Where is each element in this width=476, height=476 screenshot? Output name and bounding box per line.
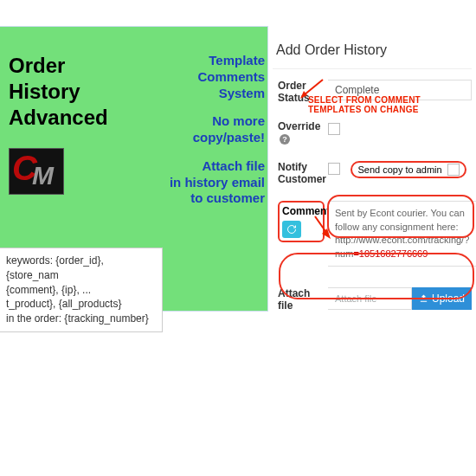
- send-copy-checkbox[interactable]: [447, 164, 460, 176]
- logo-letter: M: [32, 161, 54, 190]
- promo-panel: Order History Advanced Template Comments…: [0, 26, 268, 312]
- annotation-select-templates: SELECT FROM COMMENT TEMPLATES ON CHANGE: [308, 95, 476, 114]
- promo-title: Order History Advanced: [9, 53, 108, 131]
- keywords-line: keywords: {order_id}, {store_nam: [6, 254, 155, 283]
- keywords-box: keywords: {order_id}, {store_nam {commen…: [0, 248, 163, 332]
- keywords-line: {comment}, {ip}, ...: [6, 283, 155, 298]
- feature-line: No more: [135, 113, 265, 130]
- promo-features: Template Comments System No more copy/pa…: [135, 53, 265, 219]
- promo-title-line: History: [9, 79, 108, 105]
- send-copy-to-admin[interactable]: Send copy to admin: [351, 161, 466, 178]
- feature-line: in history email: [135, 175, 265, 191]
- notify-label: Notify Customer: [278, 161, 328, 186]
- feature-line: copy/paste!: [135, 130, 265, 146]
- help-icon[interactable]: ?: [280, 134, 290, 145]
- annotation-comment-outline: [327, 195, 474, 238]
- feature-line: Comments: [135, 69, 265, 86]
- notify-checkbox[interactable]: [328, 163, 340, 175]
- form-heading: Add Order History: [273, 39, 472, 69]
- promo-title-line: Order: [9, 53, 108, 79]
- row-notify: Notify Customer Send copy to admin: [273, 161, 472, 186]
- comment-label-group: Comment: [278, 201, 325, 242]
- comment-template-button[interactable]: [282, 221, 301, 238]
- override-checkbox[interactable]: [328, 123, 340, 135]
- feature-line: to customer: [135, 190, 265, 207]
- override-label: Override?: [278, 120, 328, 145]
- comment-label: Comment: [282, 205, 320, 217]
- feature-line: Attach file: [135, 158, 265, 175]
- row-override: Override?: [273, 120, 472, 145]
- feature-line: System: [135, 86, 265, 102]
- brand-logo: C M: [9, 148, 64, 195]
- comment-template-icon: [286, 224, 297, 235]
- keywords-line: t_product}, {all_products}: [6, 297, 155, 312]
- annotation-attach-outline: [279, 253, 474, 299]
- promo-title-line: Advanced: [9, 105, 108, 131]
- feature-line: Template: [135, 53, 265, 69]
- send-copy-label: Send copy to admin: [357, 164, 441, 175]
- keywords-line: in the order: {tracking_number}: [6, 312, 155, 326]
